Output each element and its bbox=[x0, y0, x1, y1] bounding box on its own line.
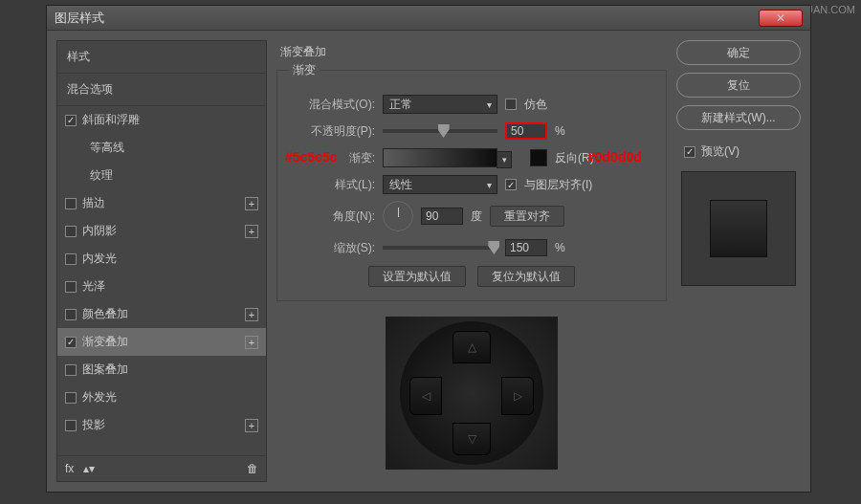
effect-label: 斜面和浮雕 bbox=[82, 112, 140, 128]
effect-checkbox[interactable] bbox=[65, 253, 77, 265]
sidebar-item-4[interactable]: 内阴影+ bbox=[57, 217, 266, 245]
dpad-right-icon: ▷ bbox=[501, 377, 534, 415]
cancel-button[interactable]: 复位 bbox=[676, 73, 801, 98]
effect-checkbox[interactable] bbox=[65, 392, 77, 404]
preview-square bbox=[710, 200, 767, 257]
effect-label: 渐变叠加 bbox=[82, 334, 128, 350]
trash-icon[interactable]: 🗑 bbox=[247, 462, 258, 475]
effect-label: 内阴影 bbox=[82, 223, 117, 239]
angle-label: 角度(N): bbox=[289, 208, 375, 225]
add-effect-icon[interactable]: + bbox=[245, 225, 258, 238]
sidebar-footer: fx ▴▾ 🗑 bbox=[57, 455, 266, 481]
angle-unit: 度 bbox=[471, 208, 482, 225]
effect-label: 纹理 bbox=[90, 167, 113, 184]
opacity-label: 不透明度(P): bbox=[289, 123, 375, 140]
angle-dial[interactable] bbox=[383, 201, 413, 231]
sidebar-item-3[interactable]: 描边+ bbox=[57, 189, 266, 217]
effect-checkbox[interactable] bbox=[65, 309, 77, 320]
sidebar-item-1[interactable]: 等高线 bbox=[57, 134, 266, 162]
dpad-down-icon: ▽ bbox=[453, 423, 491, 455]
preview-checkbox[interactable] bbox=[684, 146, 695, 158]
sidebar-item-7[interactable]: 颜色叠加+ bbox=[57, 300, 266, 328]
styles-header[interactable]: 样式 bbox=[57, 41, 266, 74]
dither-label: 仿色 bbox=[524, 97, 547, 113]
right-panel: 确定 复位 新建样式(W)... 预览(V) bbox=[676, 40, 801, 482]
dpad-up-icon: △ bbox=[453, 331, 491, 363]
effect-checkbox[interactable] bbox=[65, 115, 77, 126]
sidebar-item-6[interactable]: 光泽 bbox=[57, 273, 266, 300]
sidebar-item-10[interactable]: 外发光 bbox=[57, 383, 266, 411]
main-panel: 渐变叠加 渐变 混合模式(O): 正常 仿色 不透明度(P): 50 % #5c… bbox=[276, 40, 667, 482]
add-effect-icon[interactable]: + bbox=[245, 308, 258, 321]
effect-preview: △ ▽ ◁ ▷ bbox=[386, 317, 558, 470]
fieldset-legend: 渐变 bbox=[289, 62, 320, 78]
annotation-right: #0d0d0d bbox=[587, 149, 642, 164]
effect-checkbox[interactable] bbox=[65, 226, 77, 237]
ok-button[interactable]: 确定 bbox=[676, 40, 801, 65]
effect-label: 描边 bbox=[82, 195, 105, 211]
set-default-button[interactable]: 设置为默认值 bbox=[368, 266, 466, 287]
preview-label: 预览(V) bbox=[701, 143, 740, 160]
blend-mode-label: 混合模式(O): bbox=[289, 97, 375, 113]
close-icon: ✕ bbox=[776, 11, 785, 25]
sidebar-item-5[interactable]: 内发光 bbox=[57, 245, 266, 273]
panel-title: 渐变叠加 bbox=[280, 44, 667, 60]
effect-label: 光泽 bbox=[82, 278, 105, 295]
gradient-label: 渐变: bbox=[289, 150, 375, 166]
color-swatch[interactable] bbox=[530, 149, 547, 166]
dpad-graphic: △ ▽ ◁ ▷ bbox=[400, 321, 543, 465]
scale-unit: % bbox=[555, 241, 565, 254]
fx-icon[interactable]: fx bbox=[65, 462, 74, 475]
dither-checkbox[interactable] bbox=[505, 99, 517, 110]
align-checkbox[interactable] bbox=[505, 179, 517, 190]
effects-list: 斜面和浮雕等高线纹理描边+内阴影+内发光光泽颜色叠加+渐变叠加+图案叠加外发光投… bbox=[57, 106, 266, 455]
angle-input[interactable]: 90 bbox=[421, 208, 463, 225]
opacity-input[interactable]: 50 bbox=[505, 122, 547, 140]
scale-label: 缩放(S): bbox=[289, 240, 375, 256]
sidebar-item-11[interactable]: 投影+ bbox=[57, 411, 266, 439]
blend-options-header[interactable]: 混合选项 bbox=[57, 74, 266, 106]
preview-thumbnail bbox=[681, 171, 796, 286]
effect-label: 颜色叠加 bbox=[82, 306, 128, 322]
effect-label: 等高线 bbox=[90, 140, 124, 156]
effect-checkbox[interactable] bbox=[65, 337, 77, 348]
add-effect-icon[interactable]: + bbox=[245, 419, 258, 432]
reverse-label: 反向(R) bbox=[555, 150, 594, 166]
style-label: 样式(L): bbox=[289, 177, 375, 193]
up-down-icon[interactable]: ▴▾ bbox=[83, 462, 95, 475]
sidebar-item-8[interactable]: 渐变叠加+ bbox=[57, 328, 266, 356]
gradient-fieldset: 渐变 混合模式(O): 正常 仿色 不透明度(P): 50 % #5c5c5c … bbox=[276, 62, 667, 301]
scale-slider[interactable] bbox=[383, 246, 497, 250]
titlebar[interactable]: 图层样式 ✕ bbox=[47, 6, 810, 31]
effect-label: 内发光 bbox=[82, 251, 117, 267]
reset-align-button[interactable]: 重置对齐 bbox=[490, 206, 564, 227]
align-label: 与图层对齐(I) bbox=[524, 177, 592, 193]
sidebar-item-9[interactable]: 图案叠加 bbox=[57, 356, 266, 383]
window-title: 图层样式 bbox=[55, 10, 759, 27]
add-effect-icon[interactable]: + bbox=[245, 197, 258, 210]
layer-style-dialog: 图层样式 ✕ 样式 混合选项 斜面和浮雕等高线纹理描边+内阴影+内发光光泽颜色叠… bbox=[46, 5, 811, 493]
scale-input[interactable]: 150 bbox=[505, 239, 547, 256]
effect-checkbox[interactable] bbox=[65, 364, 77, 376]
new-style-button[interactable]: 新建样式(W)... bbox=[676, 105, 801, 130]
effect-label: 外发光 bbox=[82, 389, 117, 405]
reset-default-button[interactable]: 复位为默认值 bbox=[477, 266, 575, 287]
opacity-unit: % bbox=[555, 124, 565, 138]
gradient-picker[interactable] bbox=[383, 148, 497, 167]
effect-checkbox[interactable] bbox=[65, 281, 77, 293]
styles-sidebar: 样式 混合选项 斜面和浮雕等高线纹理描边+内阴影+内发光光泽颜色叠加+渐变叠加+… bbox=[56, 40, 267, 482]
style-select[interactable]: 线性 bbox=[383, 175, 497, 194]
add-effect-icon[interactable]: + bbox=[245, 336, 258, 349]
effect-checkbox[interactable] bbox=[65, 420, 77, 431]
effect-label: 图案叠加 bbox=[82, 362, 128, 378]
effect-label: 投影 bbox=[82, 417, 105, 433]
opacity-slider[interactable] bbox=[383, 129, 497, 133]
dpad-left-icon: ◁ bbox=[409, 377, 442, 415]
sidebar-item-2[interactable]: 纹理 bbox=[57, 162, 266, 189]
blend-mode-select[interactable]: 正常 bbox=[383, 95, 497, 114]
effect-checkbox[interactable] bbox=[65, 198, 77, 209]
sidebar-item-0[interactable]: 斜面和浮雕 bbox=[57, 106, 266, 134]
close-button[interactable]: ✕ bbox=[759, 10, 803, 27]
